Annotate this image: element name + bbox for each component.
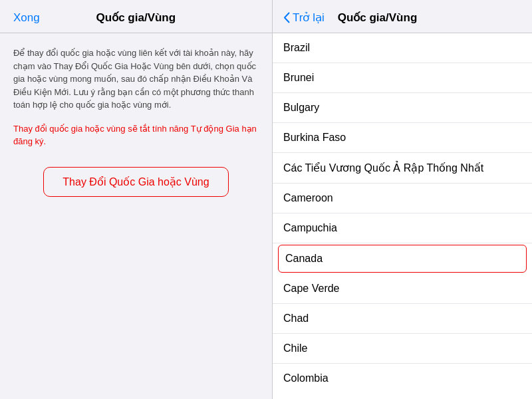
button-wrapper: Thay Đổi Quốc Gia hoặc Vùng <box>13 167 259 197</box>
chevron-left-icon <box>283 12 290 23</box>
country-item[interactable]: Chile <box>273 334 532 364</box>
left-panel: Xong Quốc gia/Vùng Để thay đổi quốc gia … <box>0 0 273 399</box>
back-label: Trở lại <box>293 11 325 25</box>
right-header: Trở lại Quốc gia/Vùng <box>273 0 532 33</box>
country-item[interactable]: Chad <box>273 304 532 334</box>
cancel-button[interactable]: Xong <box>13 11 40 25</box>
left-panel-title: Quốc gia/Vùng <box>96 11 176 25</box>
country-item[interactable]: Brazil <box>273 33 532 63</box>
right-panel-title: Quốc gia/Vùng <box>338 11 418 25</box>
country-item[interactable]: Burkina Faso <box>273 123 532 153</box>
country-item[interactable]: Colombia <box>273 364 532 393</box>
description-text: Để thay đổi quốc gia hoặc vùng liên kết … <box>13 47 259 112</box>
country-item[interactable]: Cameroon <box>273 184 532 213</box>
change-country-button[interactable]: Thay Đổi Quốc Gia hoặc Vùng <box>43 167 228 197</box>
country-item[interactable]: Campuchia <box>273 213 532 243</box>
left-header: Xong Quốc gia/Vùng <box>0 0 272 33</box>
country-item[interactable]: Các Tiểu Vương Quốc Ả Rập Thống Nhất <box>273 153 532 184</box>
country-list: BrazilBruneiBulgaryBurkina FasoCác Tiểu … <box>273 33 532 399</box>
left-content: Để thay đổi quốc gia hoặc vùng liên kết … <box>0 33 272 399</box>
country-item[interactable]: Bulgary <box>273 93 532 123</box>
back-button[interactable]: Trở lại <box>283 11 325 25</box>
country-item[interactable]: Canada <box>278 245 527 273</box>
right-panel: Trở lại Quốc gia/Vùng BrazilBruneiBulgar… <box>273 0 532 399</box>
country-item[interactable]: Cape Verde <box>273 274 532 304</box>
country-item[interactable]: Brunei <box>273 63 532 93</box>
warning-text: Thay đổi quốc gia hoặc vùng sẽ tắt tính … <box>13 122 259 148</box>
